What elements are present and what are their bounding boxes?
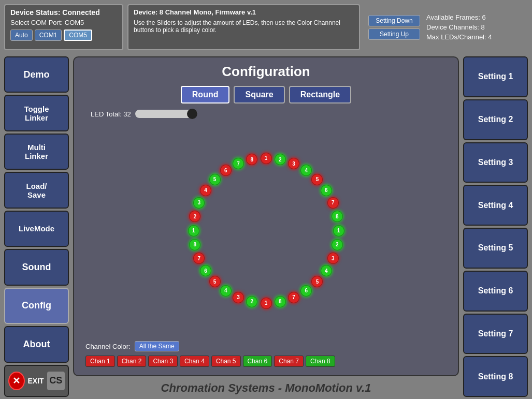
led-dot: 5 (209, 174, 221, 185)
channel-1-button[interactable]: Chan 1 (85, 356, 115, 367)
device-channels: Device Channels: 8 (426, 23, 528, 31)
led-dot: 2 (275, 154, 286, 165)
led-dot: 1 (333, 225, 344, 237)
led-dot: 2 (189, 211, 200, 222)
device-title: Device: 8 Channel Mono, Firmware v.1 (134, 8, 354, 16)
setting-2-button[interactable]: Setting 2 (463, 99, 528, 140)
config-panel: Configuration Round Square Rectangle LED… (73, 56, 459, 376)
led-dot: 8 (275, 296, 286, 307)
led-dot: 1 (261, 298, 272, 309)
setting-4-button[interactable]: Setting 4 (463, 185, 528, 226)
cs-logo: CS (47, 372, 65, 390)
led-dot: 5 (209, 276, 221, 287)
setting-up-button[interactable]: Setting Up (368, 28, 420, 40)
all-same-button[interactable]: All the Same (135, 341, 179, 351)
led-dot: 6 (200, 265, 211, 276)
available-frames: Available Frames: 6 (426, 13, 528, 21)
shape-square-button[interactable]: Square (234, 86, 284, 104)
setting-down-button[interactable]: Setting Down (368, 15, 420, 26)
led-dot: 6 (321, 185, 332, 196)
shape-buttons: Round Square Rectangle (181, 86, 351, 104)
led-dot: 7 (193, 253, 205, 264)
auto-button[interactable]: Auto (10, 29, 33, 41)
led-dot: 3 (327, 253, 339, 264)
header: Device Status: Connected Select COM Port… (0, 0, 532, 54)
sidebar-item-multi-linker[interactable]: MultiLinker (4, 134, 69, 170)
setting-3-button[interactable]: Setting 3 (463, 142, 528, 183)
sidebar-item-load-save[interactable]: Load/Save (4, 172, 69, 208)
led-dot: 7 (327, 197, 339, 209)
circle-area: 12345678123456781234567812345678 (80, 122, 452, 339)
config-title: Configuration (222, 64, 310, 80)
led-slider[interactable] (135, 110, 197, 118)
led-dot: 4 (220, 285, 232, 297)
shape-rectangle-button[interactable]: Rectangle (289, 86, 351, 104)
shape-round-button[interactable]: Round (181, 86, 230, 104)
led-dot: 6 (300, 285, 312, 297)
bottom-bar: Chromation Systems - MonoMotion v.1 (73, 379, 459, 397)
sidebar-item-sound[interactable]: Sound (4, 249, 69, 285)
setting-7-button[interactable]: Setting 7 (463, 314, 528, 354)
exit-x-icon: ✕ (8, 372, 25, 390)
led-dot: 1 (261, 153, 272, 164)
sidebar-item-demo[interactable]: Demo (4, 56, 69, 93)
led-circle: 12345678123456781234567812345678 (178, 143, 354, 319)
led-dot: 3 (233, 292, 244, 303)
exit-label: EXIT (28, 377, 44, 385)
setting-8-button[interactable]: Setting 8 (463, 356, 528, 397)
channel-color-label: Channel Color: (85, 343, 131, 350)
led-dot: 6 (220, 165, 232, 176)
max-leds: Max LEDs/Channel: 4 (426, 33, 528, 41)
led-dot: 4 (321, 265, 332, 276)
led-dot: 5 (311, 276, 323, 287)
led-dot: 8 (332, 211, 343, 222)
channel-5-button[interactable]: Chan 5 (211, 356, 241, 367)
setting-1-button[interactable]: Setting 1 (463, 56, 528, 97)
device-status-text: Device Status: Connected (10, 8, 117, 17)
led-dot: 2 (246, 296, 257, 307)
channel-buttons: Chan 1Chan 2Chan 3Chan 4Chan 5Chan 6Chan… (85, 356, 447, 367)
sidebar-item-about[interactable]: About (4, 326, 69, 362)
channel-4-button[interactable]: Chan 4 (180, 356, 209, 367)
device-status-panel: Device Status: Connected Select COM Port… (4, 4, 123, 50)
led-dot: 1 (188, 225, 199, 237)
led-dot: 7 (233, 158, 244, 169)
led-dot: 7 (288, 292, 299, 303)
led-dot: 3 (288, 158, 299, 169)
led-dot: 8 (189, 239, 200, 250)
com1-button[interactable]: COM1 (35, 29, 62, 41)
channel-3-button[interactable]: Chan 3 (148, 356, 178, 367)
channel-6-button[interactable]: Chan 6 (243, 356, 272, 367)
channel-7-button[interactable]: Chan 7 (274, 356, 304, 367)
device-info-panel: Device: 8 Channel Mono, Firmware v.1 Use… (127, 4, 360, 50)
exit-button[interactable]: ✕ EXIT CS (4, 365, 69, 397)
setting-6-button[interactable]: Setting 6 (463, 271, 528, 312)
led-dot: 5 (311, 174, 323, 185)
channel-2-button[interactable]: Chan 2 (117, 356, 147, 367)
com-buttons: Auto COM1 COM5 (10, 29, 117, 41)
led-slider-thumb[interactable] (187, 109, 197, 119)
led-total-row: LED Total: 32 (80, 110, 452, 118)
led-dot: 3 (193, 197, 205, 209)
led-dot: 8 (246, 154, 257, 165)
channel-8-button[interactable]: Chan 8 (306, 356, 335, 367)
led-dot: 4 (300, 165, 312, 176)
setting-controls: Setting Down Setting Up (368, 4, 420, 50)
channel-section: Channel Color: All the Same Chan 1Chan 2… (80, 339, 452, 369)
led-dot: 4 (200, 185, 211, 196)
com5-button[interactable]: COM5 (64, 29, 92, 41)
main-content: Demo ToggleLinker MultiLinker Load/Save … (0, 54, 532, 399)
led-total-label: LED Total: 32 (91, 110, 131, 118)
sidebar-item-livemode[interactable]: LiveMode (4, 211, 69, 247)
led-dot: 2 (332, 239, 343, 250)
frame-info-panel: Available Frames: 6 Device Channels: 8 M… (424, 4, 528, 50)
setting-5-button[interactable]: Setting 5 (463, 228, 528, 269)
sidebar-right: Setting 1Setting 2Setting 3Setting 4Sett… (463, 56, 528, 397)
device-desc: Use the Sliders to adjust the amount of … (134, 19, 354, 34)
sidebar-item-toggle-linker[interactable]: ToggleLinker (4, 95, 69, 131)
com-port-text: Select COM Port: COM5 (10, 19, 117, 26)
sidebar-left: Demo ToggleLinker MultiLinker Load/Save … (4, 56, 69, 397)
center-content: Configuration Round Square Rectangle LED… (73, 56, 459, 397)
sidebar-item-config[interactable]: Config (4, 288, 69, 324)
